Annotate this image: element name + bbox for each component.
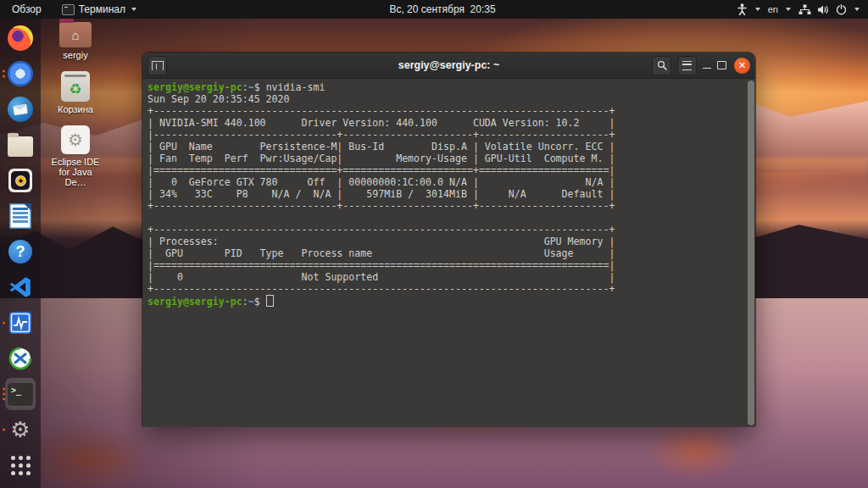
folder-icon: [8, 136, 33, 157]
dock-item-media-app[interactable]: [2, 341, 39, 376]
search-button[interactable]: [652, 56, 671, 75]
volume-icon: [817, 4, 830, 15]
running-indicator: [3, 70, 5, 78]
dock-item-system-monitor[interactable]: [2, 305, 39, 341]
terminal-cursor: [266, 295, 274, 307]
scrollbar-thumb[interactable]: [748, 80, 754, 425]
close-icon: ✕: [738, 60, 746, 71]
dock-item-vscode[interactable]: [2, 269, 39, 305]
network-icon: [798, 4, 811, 15]
desktop-icon-label: Eclipse IDE for Java De…: [49, 157, 102, 187]
dock-item-thunderbird[interactable]: [2, 92, 39, 127]
desktop-icon-label: sergiy: [49, 50, 102, 60]
app-grid-icon: [11, 456, 31, 475]
trash-icon: ♻: [61, 71, 90, 102]
minimize-button[interactable]: [703, 61, 711, 69]
chevron-down-icon: [786, 8, 791, 11]
running-indicator: [3, 322, 5, 324]
accessibility-person-icon: [737, 3, 748, 15]
speaker-icon: [8, 169, 32, 192]
dock-item-help[interactable]: ?: [2, 234, 39, 269]
terminal-mini-icon: [62, 4, 75, 15]
dock: ? >_⚙: [0, 19, 41, 488]
terminal-window[interactable]: sergiy@sergiy-pc: ~ ✕ sergiy@: [142, 53, 755, 426]
activities-button[interactable]: Обзор: [0, 0, 53, 19]
ubuntu-desktop: Обзор Терминал Вс, 20 сентября 20:35 en: [0, 0, 868, 488]
running-indicator: [3, 429, 5, 431]
top-bar-left: Обзор Терминал: [0, 0, 145, 19]
app-menu-label: Терминал: [79, 3, 125, 15]
accessibility-menu[interactable]: [737, 3, 760, 15]
chevron-down-icon: [755, 8, 760, 11]
terminal-output: sergiy@sergiy-pc:~$ nvidia-smi Sun Sep 2…: [142, 79, 755, 308]
green-circle-x-icon: [8, 347, 32, 370]
language-menu[interactable]: en: [768, 4, 791, 14]
home-folder-icon: [59, 22, 92, 47]
firefox-icon: [8, 25, 33, 51]
gear-icon: ⚙: [10, 419, 30, 441]
hamburger-icon: [682, 61, 692, 70]
app-menu-button[interactable]: Терминал: [53, 0, 145, 19]
dock-item-show-applications[interactable]: [2, 447, 39, 483]
top-bar: Обзор Терминал Вс, 20 сентября 20:35 en: [0, 0, 868, 19]
dock-item-rhythmbox[interactable]: [2, 163, 39, 198]
desktop-icon-trash[interactable]: ♻Корзина: [49, 71, 102, 114]
new-tab-button[interactable]: [147, 56, 167, 75]
eclipse-icon: ⚙: [61, 125, 90, 154]
dock-item-files[interactable]: [2, 127, 39, 163]
power-icon: [836, 4, 847, 15]
dock-item-terminal[interactable]: >_: [2, 376, 39, 412]
terminal-body[interactable]: sergiy@sergiy-pc:~$ nvidia-smi Sun Sep 2…: [142, 79, 755, 427]
dock-item-settings[interactable]: ⚙: [2, 412, 39, 447]
thunderbird-icon: [8, 97, 33, 122]
document-icon: [9, 203, 31, 229]
close-button[interactable]: ✕: [734, 58, 750, 74]
window-controls: ✕: [652, 56, 750, 75]
desktop-icon-home[interactable]: sergiy: [49, 22, 102, 60]
vscode-icon: [8, 275, 32, 299]
desktop-icon-label: Корзина: [49, 104, 102, 114]
language-label: en: [768, 4, 778, 14]
new-tab-icon: [152, 61, 164, 70]
desktop-icons: sergiy♻Корзина⚙Eclipse IDE for Java De…: [49, 22, 102, 198]
window-titlebar[interactable]: sergiy@sergiy-pc: ~ ✕: [142, 53, 755, 79]
top-bar-right: en: [737, 0, 868, 19]
running-indicator: [3, 388, 5, 401]
chevron-down-icon: [854, 8, 860, 11]
desktop-icon-eclipse[interactable]: ⚙Eclipse IDE for Java De…: [49, 125, 102, 187]
system-status-menu[interactable]: [798, 4, 860, 15]
dock-item-chromium[interactable]: [2, 56, 39, 92]
maximize-button[interactable]: [717, 61, 726, 69]
search-icon: [657, 60, 667, 70]
chromium-icon: [8, 61, 33, 86]
chevron-down-icon: [131, 8, 136, 11]
monitor-wave-icon: [8, 311, 32, 335]
terminal-scrollbar: [748, 80, 754, 425]
dock-item-libreoffice-writer[interactable]: [2, 198, 39, 234]
question-icon: ?: [8, 240, 32, 263]
clock-button[interactable]: Вс, 20 сентября 20:35: [389, 3, 495, 15]
menu-button[interactable]: [677, 56, 697, 75]
dock-item-firefox[interactable]: [2, 20, 39, 56]
terminal-prompt-icon: >_: [7, 382, 34, 407]
